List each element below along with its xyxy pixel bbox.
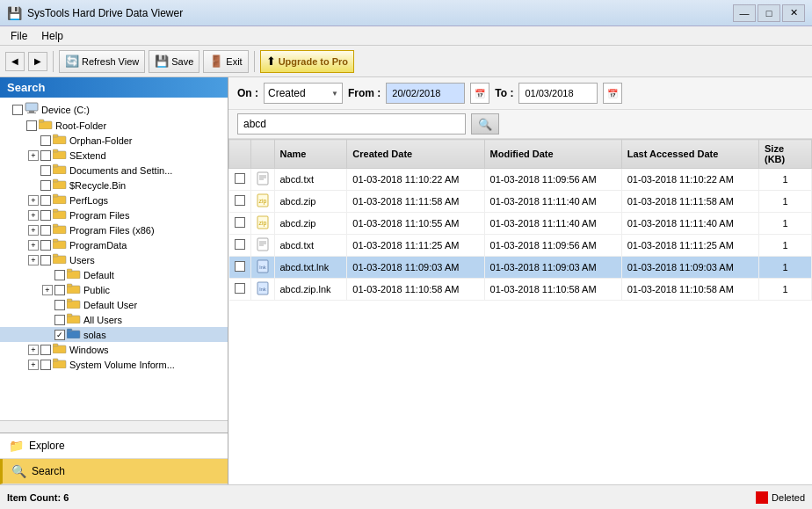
folder-icon (53, 343, 67, 356)
expand-button[interactable]: + (42, 285, 53, 295)
refresh-icon: 🔄 (65, 55, 79, 68)
tree-hscroll[interactable] (0, 420, 228, 433)
tab-explore[interactable]: 📁 Explore (0, 433, 228, 459)
search-go-button[interactable]: 🔍 (471, 113, 499, 135)
tree-checkbox[interactable] (40, 210, 51, 221)
tree-item[interactable]: + Users (0, 252, 228, 267)
tree-label: Windows (69, 345, 109, 355)
refresh-button[interactable]: 🔄 Refresh View (59, 50, 145, 73)
row-checkbox-cell[interactable] (229, 169, 251, 191)
tree-checkbox[interactable] (26, 120, 37, 131)
expand-button[interactable]: + (28, 150, 39, 161)
upgrade-button[interactable]: ⬆ Upgrade to Pro (260, 50, 354, 73)
file-table-body: abcd.txt 01-03-2018 11:10:22 AM 01-03-20… (229, 169, 812, 301)
table-row[interactable]: lnk abcd.txt.lnk 01-03-2018 11:09:03 AM … (229, 257, 812, 279)
tree-item[interactable]: Orphan-Folder (0, 133, 228, 148)
row-checkbox-cell[interactable] (229, 257, 251, 279)
tab-search[interactable]: 🔍 Search (0, 459, 228, 484)
table-row[interactable]: zip abcd.zip 01-03-2018 11:11:58 AM 01-0… (229, 191, 812, 213)
tree-checkbox[interactable] (40, 135, 51, 146)
from-cal-button[interactable]: 📅 (470, 83, 489, 104)
tree-checkbox[interactable] (40, 225, 51, 236)
tree-checkbox[interactable] (54, 330, 65, 340)
row-checkbox-cell[interactable] (229, 235, 251, 257)
exit-button[interactable]: 🚪 Exit (203, 50, 248, 73)
nav-prev-button[interactable]: ◀ (5, 52, 25, 71)
save-button[interactable]: 💾 Save (149, 50, 199, 73)
row-checkbox[interactable] (235, 239, 245, 250)
row-checkbox[interactable] (235, 217, 245, 228)
tree-item[interactable]: Documents and Settin... (0, 163, 228, 178)
expand-button[interactable]: + (28, 255, 39, 265)
expand-button[interactable]: + (28, 225, 39, 236)
row-checkbox[interactable] (235, 261, 245, 272)
close-button[interactable]: ✕ (782, 4, 805, 22)
tree-item[interactable]: + Program Files (0, 207, 228, 222)
table-row[interactable]: abcd.txt 01-03-2018 11:10:22 AM 01-03-20… (229, 169, 812, 191)
tree-item[interactable]: Root-Folder (0, 118, 228, 133)
tree-item[interactable]: + Public (0, 282, 228, 297)
minimize-button[interactable]: — (733, 4, 756, 22)
row-checkbox-cell[interactable] (229, 213, 251, 235)
file-tree[interactable]: Device (C:) Root-Folder Orphan-Folder+ S… (0, 98, 228, 420)
tree-checkbox[interactable] (40, 255, 51, 265)
tree-item[interactable]: + SExtend (0, 148, 228, 163)
from-date-input[interactable]: 20/02/2018 (386, 83, 465, 104)
tree-checkbox[interactable] (54, 315, 65, 325)
expand-button[interactable]: + (28, 195, 39, 206)
search-keyword-input[interactable] (237, 113, 466, 135)
status-bar: Item Count: 6 Deleted (0, 484, 812, 509)
menu-file[interactable]: File (4, 28, 34, 44)
col-accessed[interactable]: Last Accessed Date (621, 140, 758, 169)
tree-item[interactable]: + PerfLogs (0, 193, 228, 207)
row-checkbox[interactable] (235, 195, 245, 206)
menu-help[interactable]: Help (34, 28, 70, 44)
table-row[interactable]: lnk abcd.zip.lnk 01-03-2018 11:10:58 AM … (229, 279, 812, 301)
tree-item[interactable]: Default (0, 267, 228, 282)
tree-item[interactable]: All Users (0, 312, 228, 327)
tree-checkbox[interactable] (40, 240, 51, 251)
tree-checkbox[interactable] (54, 270, 65, 280)
row-checkbox[interactable] (235, 283, 245, 294)
filter-dropdown[interactable]: Created ▼ (264, 83, 343, 104)
tree-checkbox[interactable] (40, 195, 51, 206)
tree-checkbox[interactable] (40, 165, 51, 176)
row-modified: 01-03-2018 11:09:56 AM (484, 235, 621, 257)
expand-button[interactable]: + (28, 360, 39, 370)
col-name[interactable]: Name (274, 140, 347, 169)
tree-checkbox[interactable] (40, 360, 51, 370)
table-row[interactable]: abcd.txt 01-03-2018 11:11:25 AM 01-03-20… (229, 235, 812, 257)
row-modified: 01-03-2018 11:11:40 AM (484, 191, 621, 213)
dropdown-arrow-icon: ▼ (331, 90, 338, 98)
nav-next-button[interactable]: ▶ (28, 52, 47, 71)
row-checkbox[interactable] (235, 173, 245, 184)
tree-item[interactable]: + Windows (0, 342, 228, 357)
maximize-button[interactable]: □ (758, 4, 780, 22)
tree-item[interactable]: + Program Files (x86) (0, 222, 228, 237)
expand-button[interactable]: + (28, 210, 39, 221)
tree-checkbox[interactable] (12, 105, 23, 115)
col-created[interactable]: Created Date (347, 140, 484, 169)
col-size[interactable]: Size (KB) (759, 140, 812, 169)
tree-item[interactable]: solas (0, 327, 228, 342)
tree-item[interactable]: Device (C:) (0, 101, 228, 118)
col-modified[interactable]: Modified Date (484, 140, 621, 169)
tree-checkbox[interactable] (54, 285, 65, 295)
tree-checkbox[interactable] (40, 180, 51, 191)
svg-rect-2 (27, 113, 36, 113)
table-row[interactable]: zip abcd.zip 01-03-2018 11:10:55 AM 01-0… (229, 213, 812, 235)
row-checkbox-cell[interactable] (229, 191, 251, 213)
tree-checkbox[interactable] (54, 300, 65, 310)
expand-button[interactable]: + (28, 345, 39, 355)
tree-item[interactable]: + ProgramData (0, 237, 228, 252)
to-cal-button[interactable]: 📅 (603, 83, 622, 104)
tree-checkbox[interactable] (40, 150, 51, 161)
to-date-input[interactable]: 01/03/2018 (518, 83, 598, 104)
row-checkbox-cell[interactable] (229, 279, 251, 301)
tree-checkbox[interactable] (40, 345, 51, 355)
file-table-container[interactable]: Name Created Date Modified Date Last Acc… (228, 139, 812, 484)
tree-item[interactable]: $Recycle.Bin (0, 178, 228, 193)
tree-item[interactable]: Default User (0, 297, 228, 312)
expand-button[interactable]: + (28, 240, 39, 251)
tree-item[interactable]: + System Volume Inform... (0, 357, 228, 372)
